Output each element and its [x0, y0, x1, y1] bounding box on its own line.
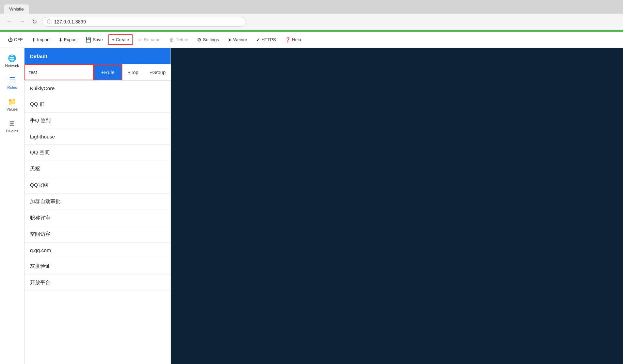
save-label: Save — [93, 37, 103, 42]
settings-label: Settings — [203, 37, 219, 42]
sidebar-label-plugins: Plugins — [6, 129, 18, 133]
info-icon: ⓘ — [47, 19, 51, 25]
rules-icon: ☰ — [9, 76, 15, 84]
settings-button[interactable]: ⚙ Settings — [193, 35, 223, 45]
weinre-button[interactable]: ➤ Weinre — [224, 35, 251, 45]
help-icon: ❓ — [285, 37, 291, 43]
list-item[interactable]: q.qq.com — [25, 243, 171, 258]
weinre-label: Weinre — [233, 37, 247, 42]
main-content — [171, 48, 623, 364]
sidebar-label-rules: Rules — [7, 85, 17, 89]
import-label: Import — [37, 37, 50, 42]
settings-icon: ⚙ — [197, 37, 202, 43]
list-item[interactable]: 职称评审 — [25, 210, 171, 226]
add-rule-button[interactable]: +Rule — [94, 64, 122, 80]
sidebar-item-rules[interactable]: ☰ Rules — [1, 72, 24, 93]
add-group-button[interactable]: +Group — [144, 64, 171, 80]
delete-label: Delete — [175, 37, 188, 42]
rule-input-area: +Rule +Top +Group — [25, 64, 171, 81]
rule-list: KuiklyCoreQQ 群手Q 签到LighthouseQQ 空间天枢QQ官网… — [25, 81, 171, 364]
plugins-icon: ⊞ — [9, 119, 15, 128]
left-panel: Default +Rule +Top +Group KuiklyCoreQQ 群… — [25, 48, 171, 364]
create-label: + Create — [112, 37, 129, 42]
values-icon: 📁 — [8, 98, 16, 106]
import-button[interactable]: ⬆ Import — [28, 35, 53, 45]
forward-button[interactable]: → — [17, 17, 27, 26]
sidebar-label-values: Values — [6, 107, 18, 111]
create-button[interactable]: + Create — [108, 34, 133, 45]
sidebar-item-network[interactable]: 🌐 Network — [1, 51, 24, 71]
add-top-button[interactable]: +Top — [122, 64, 144, 80]
app-body: 🌐 Network ☰ Rules 📁 Values ⊞ Plugins Def… — [0, 48, 623, 364]
weinre-icon: ➤ — [228, 37, 232, 43]
tab-bar: Whistle — [0, 0, 623, 14]
sidebar: 🌐 Network ☰ Rules 📁 Values ⊞ Plugins — [0, 48, 25, 364]
delete-icon: 🗑 — [169, 37, 174, 43]
panel-header: Default — [25, 48, 171, 64]
export-button[interactable]: ⬇ Export — [55, 35, 81, 45]
sidebar-item-values[interactable]: 📁 Values — [1, 94, 24, 115]
https-label: HTTPS — [261, 37, 276, 42]
list-item[interactable]: 空间访客 — [25, 226, 171, 243]
off-button[interactable]: ⏻ OFF — [4, 35, 27, 45]
back-button[interactable]: ← — [4, 17, 14, 26]
https-button[interactable]: ✔ HTTPS — [252, 35, 280, 45]
sidebar-item-plugins[interactable]: ⊞ Plugins — [1, 116, 24, 136]
power-icon: ⏻ — [8, 37, 13, 43]
browser-nav: ← → ↻ ⓘ 127.0.0.1:8899 — [0, 14, 623, 30]
list-item[interactable]: QQ 空间 — [25, 145, 171, 161]
list-item[interactable]: KuiklyCore — [25, 81, 171, 96]
refresh-button[interactable]: ↻ — [30, 17, 39, 26]
https-icon: ✔ — [256, 37, 260, 43]
save-icon: 💾 — [85, 37, 91, 43]
address-bar[interactable]: ⓘ 127.0.0.1:8899 — [42, 17, 246, 27]
help-button[interactable]: ❓ Help — [281, 35, 305, 45]
sidebar-label-network: Network — [5, 64, 19, 68]
rename-icon: ↩ — [138, 37, 142, 43]
list-item[interactable]: 开放平台 — [25, 275, 171, 291]
app-toolbar: ⏻ OFF ⬆ Import ⬇ Export 💾 Save + Create … — [0, 32, 623, 48]
list-item[interactable]: 灰度验证 — [25, 258, 171, 275]
export-label: Export — [64, 37, 77, 42]
export-icon: ⬇ — [59, 37, 63, 43]
off-label: OFF — [14, 37, 23, 42]
browser-tab[interactable]: Whistle — [3, 4, 30, 14]
help-label: Help — [292, 37, 301, 42]
list-item[interactable]: 天枢 — [25, 161, 171, 177]
list-item[interactable]: 手Q 签到 — [25, 113, 171, 129]
address-text: 127.0.0.1:8899 — [54, 19, 86, 24]
list-item[interactable]: Lighthouse — [25, 129, 171, 145]
list-item[interactable]: QQ官网 — [25, 177, 171, 194]
rename-label: Rename — [144, 37, 160, 42]
import-icon: ⬆ — [32, 37, 36, 43]
list-item[interactable]: QQ 群 — [25, 96, 171, 113]
network-icon: 🌐 — [8, 54, 16, 62]
panel-title: Default — [30, 53, 47, 59]
rename-button[interactable]: ↩ Rename — [134, 35, 164, 45]
list-item[interactable]: 加群自动审批 — [25, 194, 171, 210]
rule-name-input[interactable] — [25, 64, 94, 80]
delete-button[interactable]: 🗑 Delete — [165, 35, 192, 45]
save-button[interactable]: 💾 Save — [82, 35, 107, 45]
browser-chrome: Whistle ← → ↻ ⓘ 127.0.0.1:8899 — [0, 0, 623, 30]
